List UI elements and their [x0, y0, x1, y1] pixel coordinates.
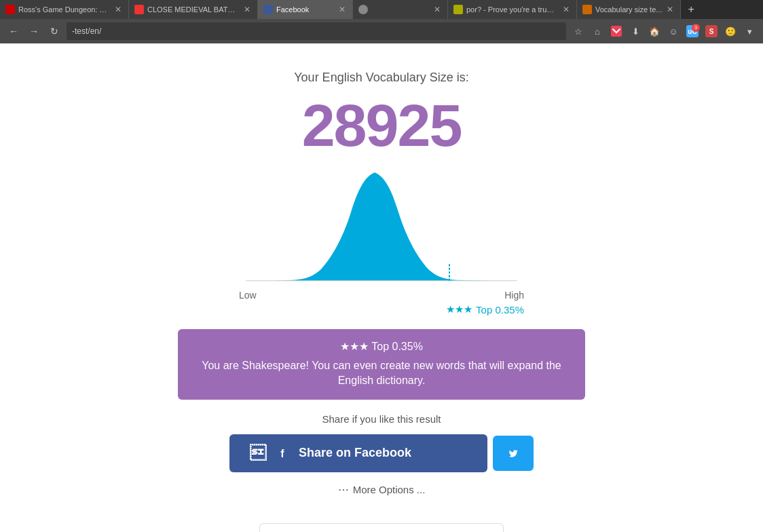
tab-5[interactable]: por? - Prove you're a true E... ✕ [448, 0, 577, 19]
tab-favicon-4 [358, 5, 368, 14]
url-text: -test/en/ [72, 26, 101, 36]
url-bar[interactable]: -test/en/ [67, 22, 566, 40]
more-options-label: More Options ... [353, 484, 426, 495]
forward-button[interactable]: → [26, 23, 42, 39]
extension-icon-1[interactable]: uC 3 [684, 23, 701, 39]
tab-bar: Ross's Game Dungeon: The C... ✕ CLOSE ME… [0, 0, 763, 19]
new-tab-button[interactable]: + [681, 0, 701, 19]
facebook-icon:  [250, 444, 266, 463]
tab-close-3[interactable]: ✕ [337, 5, 347, 14]
banner-rank-text: Top 0.35% [371, 341, 423, 352]
chart-rank: ★★★ Top 0.35% [239, 303, 524, 316]
pocket-icon[interactable] [608, 23, 625, 39]
tab-close-5[interactable]: ✕ [561, 5, 571, 14]
vocab-number: 28925 [302, 96, 462, 155]
result-banner: ★★★ Top 0.35% You are Shakespeare! You c… [178, 329, 585, 400]
try-again-container: ↺ Try again [259, 523, 504, 532]
tab-favicon-6 [582, 5, 592, 14]
try-again-button[interactable]: ↺ Try again [259, 523, 504, 532]
more-options-link[interactable]: ⋯ More Options ... [338, 483, 426, 496]
banner-rank: ★★★ Top 0.35% [198, 340, 565, 353]
banner-text: You are Shakespeare! You can even create… [198, 358, 565, 389]
banner-stars: ★★★ [340, 341, 369, 352]
tab-favicon-1 [5, 5, 15, 14]
facebook-share-button[interactable]:  f Share on Facebook [229, 434, 487, 472]
tab-4[interactable]: ✕ [353, 0, 448, 19]
tab-close-4[interactable]: ✕ [432, 5, 442, 14]
tab-1[interactable]: Ross's Game Dungeon: The C... ✕ [0, 0, 129, 19]
share-prompt: Share if you like this result [322, 413, 441, 425]
bookmark-icon[interactable]: ☆ [570, 23, 587, 39]
extension-badge: 3 [692, 24, 700, 32]
tab-close-1[interactable]: ✕ [113, 5, 123, 14]
facebook-label: Share on Facebook [299, 446, 411, 460]
page-content: Your English Vocabulary Size is: 28925 L… [0, 43, 763, 532]
svg-text:S: S [709, 28, 714, 35]
facebook-logo-icon: f [274, 445, 291, 461]
vocab-label: Your English Vocabulary Size is: [294, 71, 468, 85]
svg-rect-0 [611, 26, 622, 37]
twitter-icon [505, 445, 521, 461]
chart-label-high: High [504, 290, 524, 301]
tab-title-1: Ross's Game Dungeon: The C... [18, 5, 110, 14]
refresh-button[interactable]: ↻ [46, 23, 62, 39]
tab-close-2[interactable]: ✕ [242, 5, 252, 14]
tab-title-3: Facebook [276, 5, 334, 14]
rank-stars: ★★★ [446, 303, 472, 316]
browser-chrome: Ross's Game Dungeon: The C... ✕ CLOSE ME… [0, 0, 763, 43]
address-bar: ← → ↻ -test/en/ ☆ ⌂ ⬇ 🏠 ☺ uC 3 S 🙂 ▾ [0, 19, 763, 43]
tab-title-5: por? - Prove you're a true E... [466, 5, 558, 14]
tab-favicon-2 [134, 5, 144, 14]
tab-2[interactable]: CLOSE MEDIEVAL BATTLE 3:... ✕ [129, 0, 258, 19]
download-icon[interactable]: ⬇ [627, 23, 644, 39]
tab-title-2: CLOSE MEDIEVAL BATTLE 3:... [147, 5, 239, 14]
menu-button[interactable]: ▾ [741, 23, 758, 39]
extension-icon-3[interactable]: 🙂 [722, 23, 739, 39]
house-icon[interactable]: 🏠 [646, 23, 663, 39]
home-icon[interactable]: ⌂ [589, 23, 606, 39]
bell-curve-chart [239, 169, 524, 284]
share-buttons:  f Share on Facebook [229, 434, 534, 472]
toolbar-icons: ☆ ⌂ ⬇ 🏠 ☺ uC 3 S 🙂 ▾ [570, 23, 758, 39]
back-button[interactable]: ← [5, 23, 22, 39]
svg-text:f: f [280, 448, 284, 459]
chart-label-low: Low [239, 290, 257, 301]
share-dots-icon: ⋯ [338, 483, 349, 496]
tab-favicon-3 [263, 5, 273, 14]
tab-3[interactable]: Facebook ✕ [258, 0, 353, 19]
extension-icon-2[interactable]: S [703, 23, 720, 39]
chart-labels: Low High [239, 290, 524, 301]
twitter-share-button[interactable] [493, 436, 534, 471]
tab-close-6[interactable]: ✕ [665, 5, 675, 14]
tab-6[interactable]: Vocabulary size te... ✕ [577, 0, 681, 19]
emoji-icon[interactable]: ☺ [665, 23, 682, 39]
rank-text: Top 0.35% [476, 304, 524, 316]
tab-favicon-5 [453, 5, 463, 14]
tab-title-6: Vocabulary size te... [595, 5, 662, 14]
